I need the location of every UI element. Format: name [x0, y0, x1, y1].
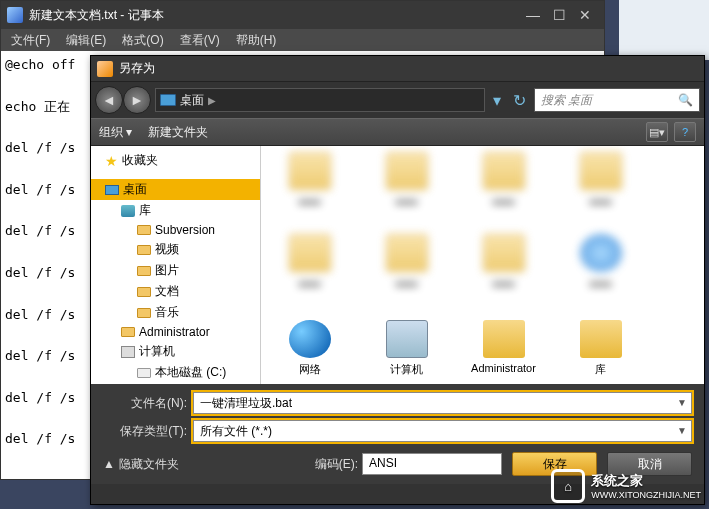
- folder-icon: [137, 287, 151, 297]
- network-icon: [289, 320, 331, 358]
- toolbar: 组织 ▾ 新建文件夹 ▤▾ ?: [91, 118, 704, 146]
- tree-desktop[interactable]: 桌面: [91, 179, 260, 200]
- tree-pictures[interactable]: 图片: [91, 260, 260, 281]
- chevron-right-icon[interactable]: ▶: [208, 95, 216, 106]
- dropdown-icon[interactable]: ▼: [677, 397, 687, 408]
- filename-label: 文件名(N):: [103, 395, 193, 412]
- star-icon: ★: [105, 153, 118, 169]
- saveas-titlebar[interactable]: 另存为: [91, 56, 704, 82]
- menu-format[interactable]: 格式(O): [116, 30, 169, 51]
- list-item[interactable]: ▬▬: [461, 152, 546, 222]
- folder-icon: [137, 308, 151, 318]
- watermark: ⌂ 系统之家 WWW.XITONGZHIJIA.NET: [551, 469, 701, 503]
- list-item[interactable]: ▬▬: [364, 234, 449, 304]
- tree-videos[interactable]: 视频: [91, 239, 260, 260]
- saveas-icon: [97, 61, 113, 77]
- view-options-button[interactable]: ▤▾: [646, 122, 668, 142]
- watermark-logo-icon: ⌂: [551, 469, 585, 503]
- encoding-select[interactable]: ANSI: [362, 453, 502, 475]
- folder-icon: [137, 225, 151, 235]
- list-item[interactable]: ▬▬: [267, 152, 352, 222]
- refresh-icon[interactable]: ↻: [509, 91, 530, 110]
- library-icon: [580, 320, 622, 358]
- back-button[interactable]: ◄: [95, 86, 123, 114]
- saveas-title: 另存为: [119, 60, 155, 77]
- menu-help[interactable]: 帮助(H): [230, 30, 283, 51]
- search-placeholder: 搜索 桌面: [541, 92, 592, 109]
- tree-libraries[interactable]: 库: [91, 200, 260, 221]
- refresh-dropdown-icon[interactable]: ▾: [489, 91, 505, 110]
- file-admin[interactable]: Administrator: [461, 320, 546, 384]
- user-folder-icon: [483, 320, 525, 358]
- tree-subversion[interactable]: Subversion: [91, 221, 260, 239]
- encoding-label: 编码(E):: [315, 456, 358, 473]
- maximize-button[interactable]: ☐: [546, 7, 572, 23]
- help-button[interactable]: ?: [674, 122, 696, 142]
- notepad-icon: [7, 7, 23, 23]
- user-icon: [121, 327, 135, 337]
- filetype-label: 保存类型(T):: [103, 423, 193, 440]
- notepad-menubar: 文件(F) 编辑(E) 格式(O) 查看(V) 帮助(H): [1, 29, 604, 51]
- computer-icon: [386, 320, 428, 358]
- chevron-up-icon: ▲: [103, 457, 115, 471]
- library-icon: [121, 205, 135, 217]
- dropdown-icon[interactable]: ▼: [677, 425, 687, 436]
- organize-button[interactable]: 组织 ▾: [99, 124, 132, 141]
- search-input[interactable]: 搜索 桌面 🔍: [534, 88, 700, 112]
- watermark-url: WWW.XITONGZHIJIA.NET: [591, 490, 701, 500]
- search-icon[interactable]: 🔍: [678, 93, 693, 107]
- list-item[interactable]: ▬▬: [558, 234, 643, 304]
- save-as-dialog: 另存为 ◄ ► 桌面 ▶ ▾ ↻ 搜索 桌面 🔍 组织 ▾ 新建文件夹 ▤▾ ?…: [90, 55, 705, 505]
- tree-music[interactable]: 音乐: [91, 302, 260, 323]
- notepad-titlebar[interactable]: 新建文本文档.txt - 记事本 — ☐ ✕: [1, 1, 604, 29]
- tree-localdisk[interactable]: 本地磁盘 (C:): [91, 362, 260, 383]
- watermark-text: 系统之家: [591, 472, 701, 490]
- hide-folders-button[interactable]: ▲ 隐藏文件夹: [103, 456, 179, 473]
- file-computer[interactable]: 计算机: [364, 320, 449, 384]
- list-item[interactable]: ▬▬: [364, 152, 449, 222]
- menu-edit[interactable]: 编辑(E): [60, 30, 112, 51]
- folder-icon: [137, 245, 151, 255]
- folder-icon: [137, 266, 151, 276]
- file-libraries[interactable]: 库: [558, 320, 643, 384]
- forward-button[interactable]: ►: [123, 86, 151, 114]
- folder-tree[interactable]: ★收藏夹 桌面 库 Subversion 视频 图片 文档 音乐 Adminis…: [91, 146, 261, 384]
- tree-documents[interactable]: 文档: [91, 281, 260, 302]
- list-item[interactable]: ▬▬: [461, 234, 546, 304]
- list-item[interactable]: ▬▬: [558, 152, 643, 222]
- tree-computer[interactable]: 计算机: [91, 341, 260, 362]
- notepad-title: 新建文本文档.txt - 记事本: [29, 7, 164, 24]
- close-button[interactable]: ✕: [572, 7, 598, 23]
- file-list[interactable]: ▬▬ ▬▬ ▬▬ ▬▬ ▬▬ ▬▬ ▬▬ ▬▬ 网络 计算机 Administr…: [261, 146, 704, 384]
- filetype-select[interactable]: 所有文件 (*.*)▼: [193, 420, 692, 442]
- menu-view[interactable]: 查看(V): [174, 30, 226, 51]
- drive-icon: [137, 368, 151, 378]
- breadcrumb[interactable]: 桌面 ▶: [155, 88, 485, 112]
- nav-bar: ◄ ► 桌面 ▶ ▾ ↻ 搜索 桌面 🔍: [91, 82, 704, 118]
- computer-icon: [121, 346, 135, 358]
- desktop-icon: [160, 94, 176, 106]
- filename-input[interactable]: 一键清理垃圾.bat▼: [193, 392, 692, 414]
- minimize-button[interactable]: —: [520, 7, 546, 23]
- file-network[interactable]: 网络: [267, 320, 352, 384]
- tree-favorites[interactable]: ★收藏夹: [91, 150, 260, 171]
- list-item[interactable]: ▬▬: [267, 234, 352, 304]
- new-folder-button[interactable]: 新建文件夹: [148, 124, 208, 141]
- desktop-icon: [105, 185, 119, 195]
- menu-file[interactable]: 文件(F): [5, 30, 56, 51]
- crumb-desktop[interactable]: 桌面: [180, 92, 204, 109]
- tree-admin[interactable]: Administrator: [91, 323, 260, 341]
